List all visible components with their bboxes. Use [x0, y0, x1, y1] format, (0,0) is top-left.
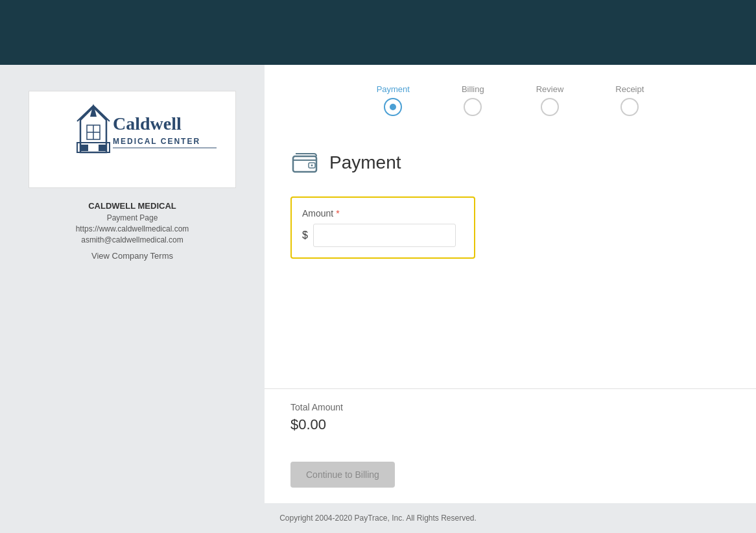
left-panel: Caldwell MEDICAL CENTER CALDWELL MEDICAL… — [0, 65, 265, 503]
step-billing: Billing — [462, 84, 484, 116]
step-review: Review — [536, 84, 564, 116]
step-receipt-circle — [620, 98, 639, 116]
total-amount: $0.00 — [290, 416, 730, 433]
step-payment-label: Payment — [377, 84, 410, 94]
page-footer: Copyright 2004-2020 PayTrace, Inc. All R… — [0, 503, 756, 533]
amount-input-row: $ — [302, 224, 464, 247]
svg-rect-11 — [293, 156, 316, 172]
svg-text:MEDICAL CENTER: MEDICAL CENTER — [113, 137, 200, 146]
payment-card: Payment Billing Review Receipt — [265, 65, 756, 503]
company-email: asmith@caldwellmedical.com — [81, 235, 183, 244]
total-section: Total Amount $0.00 — [265, 388, 756, 446]
amount-label-text: Amount — [302, 208, 333, 219]
step-review-circle — [541, 98, 559, 116]
svg-point-13 — [311, 165, 313, 167]
logo-box: Caldwell MEDICAL CENTER — [29, 91, 236, 188]
steps-header: Payment Billing Review Receipt — [265, 65, 756, 129]
top-bar — [0, 0, 756, 65]
payment-title: Payment — [329, 152, 401, 173]
payment-body: Payment Amount * $ — [265, 129, 756, 388]
main-content: Caldwell MEDICAL CENTER CALDWELL MEDICAL… — [0, 65, 756, 503]
svg-rect-7 — [99, 145, 106, 151]
continue-to-billing-button[interactable]: Continue to Billing — [290, 462, 395, 488]
copyright-text: Copyright 2004-2020 PayTrace, Inc. All R… — [279, 514, 477, 523]
amount-label: Amount * — [302, 208, 464, 219]
svg-rect-6 — [80, 145, 88, 151]
amount-input[interactable] — [313, 224, 456, 247]
required-star: * — [336, 208, 339, 219]
right-panel: Payment Billing Review Receipt — [265, 65, 756, 503]
step-review-label: Review — [536, 84, 564, 94]
step-receipt-label: Receipt — [615, 84, 644, 94]
step-payment: Payment — [377, 84, 410, 116]
step-payment-circle — [384, 98, 402, 116]
step-receipt: Receipt — [615, 84, 644, 116]
payment-title-row: Payment — [290, 148, 730, 177]
total-label: Total Amount — [290, 402, 730, 412]
company-name: CALDWELL MEDICAL — [88, 201, 176, 211]
company-website: https://www.caldwellmedical.com — [76, 224, 189, 233]
company-logo: Caldwell MEDICAL CENTER — [41, 97, 223, 182]
footer-actions: Continue to Billing — [265, 446, 756, 503]
amount-section: Amount * $ — [290, 196, 475, 259]
wallet-icon — [290, 148, 319, 177]
dollar-sign: $ — [302, 230, 308, 241]
step-billing-label: Billing — [462, 84, 484, 94]
svg-text:Caldwell: Caldwell — [113, 113, 182, 134]
company-page-label: Payment Page — [107, 213, 158, 222]
view-terms-link[interactable]: View Company Terms — [91, 251, 173, 261]
step-billing-circle — [464, 98, 482, 116]
